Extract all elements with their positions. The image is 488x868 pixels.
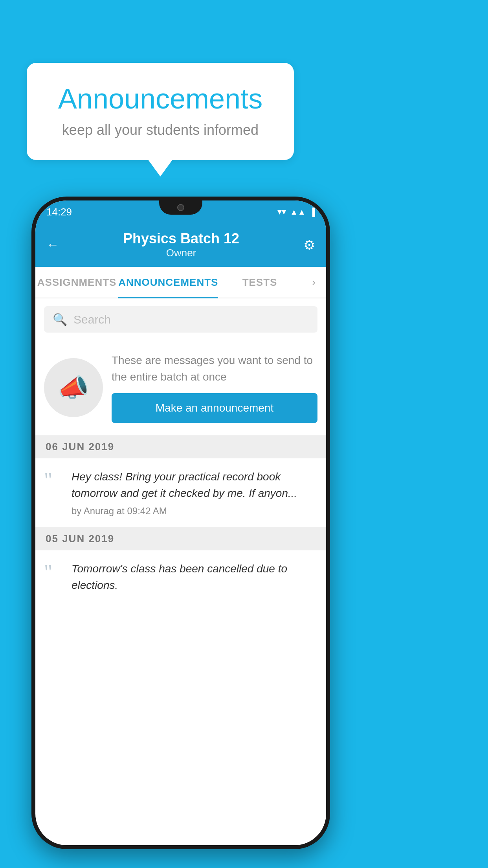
header-title: Physics Batch 12 <box>123 230 239 247</box>
tab-more[interactable]: › <box>301 267 326 298</box>
announcement-meta-1: by Anurag at 09:42 AM <box>72 506 317 517</box>
announcement-text-2: Tomorrow's class has been cancelled due … <box>72 561 317 594</box>
speech-bubble: Announcements keep all your students inf… <box>27 63 294 160</box>
announcement-item-2[interactable]: " Tomorrow's class has been cancelled du… <box>35 550 326 608</box>
back-button[interactable]: ← <box>46 237 59 252</box>
front-camera <box>177 204 184 211</box>
quote-icon-1: " <box>44 470 64 491</box>
search-container: 🔍 Search <box>35 298 326 340</box>
prompt-content: These are messages you want to send to t… <box>112 352 317 423</box>
search-input[interactable]: Search <box>73 313 111 326</box>
signal-icon: ▲▲ <box>290 208 306 217</box>
speech-bubble-title: Announcements <box>50 83 270 115</box>
tab-tests[interactable]: TESTS <box>218 267 301 298</box>
tab-bar: ASSIGNMENTS ANNOUNCEMENTS TESTS › <box>35 267 326 298</box>
date-separator-2: 05 JUN 2019 <box>35 527 326 550</box>
tab-assignments[interactable]: ASSIGNMENTS <box>35 267 118 298</box>
header-subtitle: Owner <box>123 247 239 259</box>
megaphone-icon-circle: 📣 <box>44 358 103 417</box>
tab-announcements[interactable]: ANNOUNCEMENTS <box>118 267 218 298</box>
announcement-content-1: Hey class! Bring your practical record b… <box>72 469 317 517</box>
make-announcement-button[interactable]: Make an announcement <box>112 393 317 423</box>
date-separator-1: 06 JUN 2019 <box>35 435 326 458</box>
megaphone-icon: 📣 <box>58 373 89 403</box>
announcement-text-1: Hey class! Bring your practical record b… <box>72 469 317 502</box>
phone-device: 14:29 ▾▾ ▲▲ ▐ ← Physics Batch 12 Owner ⚙… <box>31 197 330 849</box>
search-icon: 🔍 <box>53 313 67 326</box>
speech-bubble-container: Announcements keep all your students inf… <box>27 63 294 160</box>
app-header: ← Physics Batch 12 Owner ⚙ <box>35 223 326 267</box>
phone-notch <box>159 200 202 215</box>
speech-bubble-subtitle: keep all your students informed <box>50 122 270 138</box>
status-icons: ▾▾ ▲▲ ▐ <box>277 207 315 217</box>
header-title-group: Physics Batch 12 Owner <box>123 230 239 259</box>
quote-icon-2: " <box>44 562 64 583</box>
announcement-item-1[interactable]: " Hey class! Bring your practical record… <box>35 458 326 527</box>
announcement-content-2: Tomorrow's class has been cancelled due … <box>72 561 317 598</box>
battery-icon: ▐ <box>310 208 315 217</box>
settings-icon[interactable]: ⚙ <box>303 237 315 253</box>
prompt-description: These are messages you want to send to t… <box>112 352 317 385</box>
status-time: 14:29 <box>46 206 72 218</box>
search-bar[interactable]: 🔍 Search <box>44 306 317 333</box>
phone-screen: 14:29 ▾▾ ▲▲ ▐ ← Physics Batch 12 Owner ⚙… <box>35 200 326 845</box>
wifi-icon: ▾▾ <box>277 207 286 217</box>
announcement-prompt: 📣 These are messages you want to send to… <box>35 340 326 435</box>
